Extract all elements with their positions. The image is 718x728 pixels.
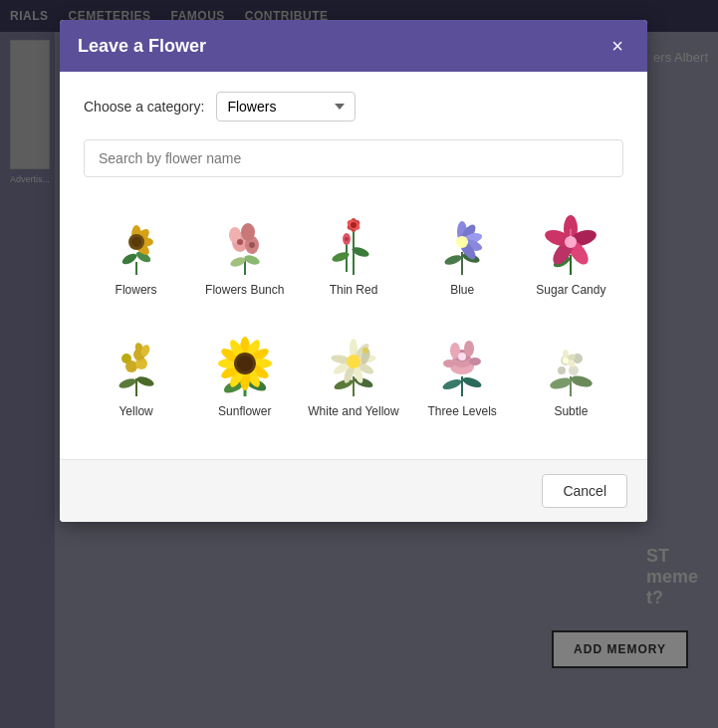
flower-item-subtle[interactable]: Subtle <box>519 319 623 430</box>
flower-label-sunflower: Sunflower <box>218 404 271 420</box>
flower-label-yellow: Yellow <box>119 404 152 420</box>
flowers-bunch-icon <box>210 207 280 277</box>
svg-point-71 <box>237 356 253 371</box>
modal-title: Leave a Flower <box>78 36 206 57</box>
svg-point-99 <box>570 373 594 388</box>
modal-close-button[interactable]: × <box>605 34 629 58</box>
svg-point-87 <box>441 376 463 390</box>
leave-flower-modal: Leave a Flower × Choose a category: Flow… <box>60 20 647 522</box>
flower-item-flowers[interactable]: Flowers <box>84 197 188 309</box>
subtle-icon <box>536 329 605 398</box>
svg-point-98 <box>549 375 573 390</box>
svg-point-92 <box>443 360 455 367</box>
flowers-grid: Flowers Flowers Bunch <box>84 197 623 429</box>
svg-point-88 <box>461 374 483 388</box>
svg-point-15 <box>241 223 255 241</box>
sugar-candy-icon <box>536 207 605 277</box>
svg-point-8 <box>131 237 141 247</box>
category-label: Choose a category: <box>84 99 204 115</box>
svg-point-25 <box>351 222 357 228</box>
flower-item-bunch[interactable]: Flowers Bunch <box>192 197 297 309</box>
svg-point-103 <box>558 366 566 374</box>
sunflower-icon <box>210 329 280 398</box>
modal-footer: Cancel <box>60 460 647 522</box>
svg-point-47 <box>118 376 137 390</box>
blue-icon <box>427 207 497 277</box>
modal-header: Leave a Flower × <box>60 20 647 72</box>
flower-label-bunch: Flowers Bunch <box>205 283 284 299</box>
svg-point-36 <box>456 236 468 248</box>
modal-body: Choose a category: Flowers <box>60 72 647 459</box>
svg-point-16 <box>237 239 243 245</box>
svg-point-107 <box>563 358 569 364</box>
cancel-button[interactable]: Cancel <box>542 474 627 508</box>
search-input[interactable] <box>84 139 623 177</box>
svg-point-85 <box>362 348 368 354</box>
flower-label-flowers: Flowers <box>116 283 157 299</box>
category-select[interactable]: Flowers <box>216 92 356 121</box>
flower-item-blue[interactable]: Blue <box>410 197 515 309</box>
flower-label-white-yellow: White and Yellow <box>308 404 398 420</box>
flower-label-thin-red: Thin Red <box>330 283 378 299</box>
thin-red-icon <box>319 207 388 277</box>
svg-point-83 <box>347 355 360 368</box>
flower-item-white-yellow[interactable]: White and Yellow <box>301 319 405 430</box>
flower-label-subtle: Subtle <box>554 404 588 420</box>
yellow-icon <box>102 329 171 398</box>
flower-item-three-levels[interactable]: Three Levels <box>410 319 515 430</box>
flower-label-blue: Blue <box>450 283 474 299</box>
svg-point-93 <box>469 358 481 365</box>
flower-item-yellow[interactable]: Yellow <box>84 319 188 430</box>
svg-point-95 <box>464 341 474 357</box>
white-yellow-icon <box>319 329 388 398</box>
flower-label-sugar-candy: Sugar Candy <box>536 283 605 299</box>
svg-point-44 <box>565 236 577 248</box>
svg-point-29 <box>443 253 463 267</box>
flowers-icon <box>102 207 171 277</box>
three-levels-icon <box>427 329 497 398</box>
svg-point-48 <box>135 374 155 388</box>
svg-point-51 <box>121 354 131 364</box>
svg-point-17 <box>249 242 255 248</box>
flower-item-sugar-candy[interactable]: Sugar Candy <box>519 197 623 309</box>
category-row: Choose a category: Flowers <box>84 92 623 121</box>
flower-item-thin-red[interactable]: Thin Red <box>301 197 405 309</box>
svg-point-73 <box>333 376 355 390</box>
svg-point-96 <box>458 353 466 361</box>
flower-label-three-levels: Three Levels <box>428 404 497 420</box>
svg-point-27 <box>345 237 349 241</box>
flower-item-sunflower[interactable]: Sunflower <box>192 319 297 430</box>
